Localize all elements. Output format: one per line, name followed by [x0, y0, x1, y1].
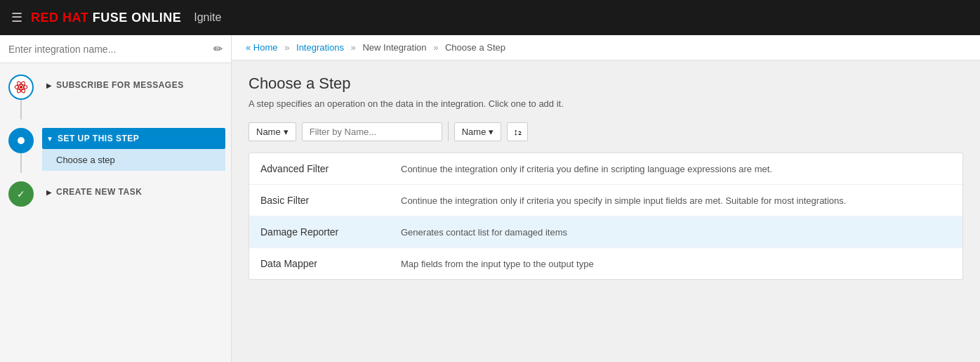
step-item-setup: ▼ SET UP THIS STEP Choose a step	[0, 124, 231, 177]
step-description: Generates contact list for damaged items	[401, 227, 951, 238]
table-row[interactable]: Data Mapper Map fields from the input ty…	[249, 248, 962, 279]
filter-divider	[448, 122, 449, 141]
step-row-setup[interactable]: ▼ SET UP THIS STEP	[42, 128, 225, 149]
step-name: Basic Filter	[260, 195, 401, 206]
integration-name-header: ✏	[0, 35, 231, 63]
sort-by-select[interactable]: Name ▾	[454, 122, 502, 141]
filter-bar: Name ▾ Name ▾ ↕₂	[249, 122, 963, 141]
step-circle-col-subscribe	[6, 75, 37, 119]
step-content-subscribe: ▶ SUBSCRIBE FOR MESSAGES	[42, 75, 225, 96]
edit-icon[interactable]: ✏	[213, 42, 223, 56]
breadcrumb: « Home » Integrations » New Integration …	[232, 35, 980, 60]
choose-step-subitem[interactable]: Choose a step	[42, 149, 225, 171]
content-area: « Home » Integrations » New Integration …	[232, 35, 980, 362]
step-description: Continue the integration only if criteri…	[401, 164, 951, 174]
breadcrumb-sep-3: »	[433, 42, 438, 53]
table-row[interactable]: Damage Reporter Generates contact list f…	[249, 216, 962, 248]
step-circle-col-setup	[6, 128, 37, 173]
breadcrumb-choose-step: Choose a Step	[445, 42, 505, 53]
breadcrumb-home[interactable]: « Home	[246, 42, 278, 53]
sort-order-button[interactable]: ↕₂	[507, 122, 528, 141]
table-row[interactable]: Basic Filter Continue the integration on…	[249, 185, 962, 216]
hamburger-menu[interactable]: ☰	[11, 10, 22, 25]
svg-point-0	[20, 86, 22, 89]
step-content-setup: ▼ SET UP THIS STEP Choose a step	[42, 128, 225, 171]
breadcrumb-sep-1: »	[284, 42, 289, 53]
check-icon: ✓	[17, 188, 25, 200]
connector-setup-create	[20, 153, 22, 173]
step-circle-setup	[8, 128, 34, 153]
chevron-down-sort: ▾	[489, 127, 494, 137]
table-row[interactable]: Advanced Filter Continue the integration…	[249, 153, 962, 185]
app-name: Ignite	[194, 11, 221, 24]
brand-name: RED HAT FUSE ONLINE	[31, 11, 181, 25]
main-layout: ✏ ▶	[0, 35, 980, 362]
step-row-create[interactable]: ▶ CREATE NEW TASK	[42, 181, 225, 202]
atom-icon	[13, 79, 29, 95]
step-name: Data Mapper	[260, 258, 401, 269]
integration-name-input[interactable]	[8, 44, 213, 55]
sidebar: ✏ ▶	[0, 35, 232, 362]
step-name: Damage Reporter	[260, 226, 401, 238]
step-label-setup: SET UP THIS STEP	[58, 134, 139, 143]
active-dot	[18, 137, 25, 144]
chevron-right-create: ▶	[46, 188, 52, 196]
step-circle-col-create: ✓	[6, 181, 37, 207]
chevron-down-setup: ▼	[46, 135, 53, 143]
step-table: Advanced Filter Continue the integration…	[249, 153, 963, 280]
step-label-create: CREATE NEW TASK	[56, 187, 142, 197]
breadcrumb-sep-2: »	[351, 42, 356, 53]
step-circle-create: ✓	[8, 181, 34, 207]
page-title: Choose a Step	[249, 75, 963, 93]
connector-subscribe-setup	[20, 100, 22, 119]
filter-by-select[interactable]: Name ▾	[249, 122, 296, 141]
breadcrumb-new-integration: New Integration	[362, 42, 426, 53]
filter-input[interactable]	[302, 122, 442, 141]
step-name: Advanced Filter	[260, 163, 401, 174]
step-item-create: ✓ ▶ CREATE NEW TASK	[0, 177, 231, 211]
step-item-subscribe: ▶ SUBSCRIBE FOR MESSAGES	[0, 70, 231, 124]
chevron-down-filter: ▾	[284, 127, 289, 137]
step-content-create: ▶ CREATE NEW TASK	[42, 181, 225, 202]
step-list: ▶ SUBSCRIBE FOR MESSAGES ▼ SET UP THIS	[0, 63, 231, 362]
top-nav: ☰ RED HAT FUSE ONLINE Ignite	[0, 0, 980, 35]
step-description: Continue the integration only if criteri…	[401, 195, 951, 206]
step-circle-subscribe	[8, 75, 34, 100]
step-label-subscribe: SUBSCRIBE FOR MESSAGES	[56, 80, 184, 90]
content-body: Choose a Step A step specifies an operat…	[232, 60, 980, 362]
breadcrumb-integrations[interactable]: Integrations	[296, 42, 344, 53]
chevron-right-subscribe: ▶	[46, 82, 52, 89]
page-subtitle: A step specifies an operation on the dat…	[249, 98, 963, 109]
step-row-subscribe[interactable]: ▶ SUBSCRIBE FOR MESSAGES	[42, 75, 225, 96]
step-description: Map fields from the input type to the ou…	[401, 259, 951, 269]
